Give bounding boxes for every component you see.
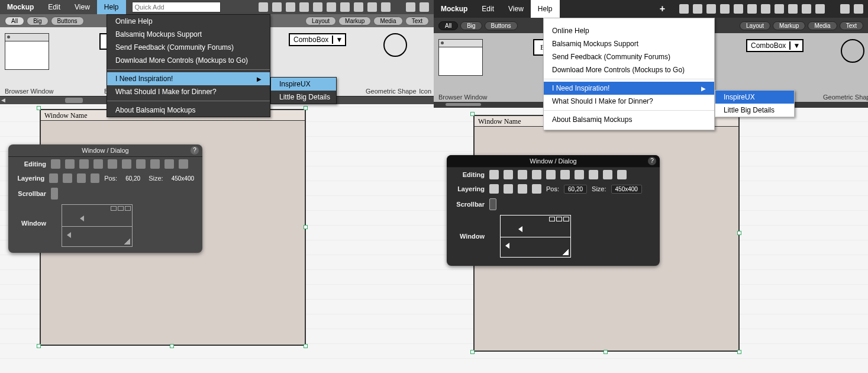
- lock-icon[interactable]: [179, 159, 188, 169]
- menu-edit[interactable]: Edit: [41, 0, 67, 14]
- library-geometric-shape[interactable]: [841, 39, 864, 63]
- menu-help[interactable]: Help: [97, 0, 126, 14]
- group-icon[interactable]: [150, 159, 160, 169]
- group-icon[interactable]: [589, 170, 598, 179]
- paste-icon[interactable]: [560, 170, 570, 179]
- lock-icon[interactable]: [802, 4, 811, 14]
- resize-handle[interactable]: [304, 106, 308, 110]
- help-dinner[interactable]: What Should I Make for Dinner?: [544, 95, 714, 108]
- pill-all[interactable]: All: [438, 21, 458, 30]
- ungroup-icon[interactable]: [354, 2, 363, 12]
- menu-view[interactable]: View: [501, 2, 531, 16]
- library-combobox[interactable]: ComboBox▼: [746, 39, 804, 52]
- library-geometric-shape[interactable]: [383, 33, 407, 57]
- lock-icon[interactable]: [367, 2, 377, 12]
- size-value[interactable]: 450x400: [611, 185, 642, 194]
- delete-icon[interactable]: [575, 170, 584, 179]
- cut-icon[interactable]: [532, 170, 541, 179]
- paste-icon[interactable]: [313, 2, 322, 12]
- help-download[interactable]: Download More Controls (Mockups to Go): [107, 54, 270, 67]
- bring-forward-icon[interactable]: [63, 173, 72, 183]
- menu-mockup[interactable]: Mockup: [434, 2, 475, 16]
- help-feedback[interactable]: Send Feedback (Community Forums): [544, 50, 714, 63]
- resize-handle[interactable]: [737, 231, 741, 235]
- pill-buttons[interactable]: Buttons: [51, 17, 84, 25]
- pos-value[interactable]: 60,20: [122, 175, 144, 182]
- redo-icon[interactable]: [272, 2, 282, 12]
- bring-front-icon[interactable]: [49, 173, 58, 183]
- help-online[interactable]: Online Help: [107, 15, 270, 28]
- paste-icon[interactable]: [747, 4, 757, 14]
- menu-view[interactable]: View: [67, 0, 97, 14]
- help-download[interactable]: Download More Controls (Mockups to Go): [544, 63, 714, 76]
- resize-handle[interactable]: [470, 112, 475, 116]
- help-about[interactable]: About Balsamiq Mockups: [107, 104, 270, 117]
- scrollbar-thumb[interactable]: [446, 103, 481, 106]
- bring-forward-icon[interactable]: [504, 184, 513, 194]
- pill-media[interactable]: Media: [373, 17, 402, 25]
- zoom-icon[interactable]: [381, 2, 391, 12]
- menu-edit[interactable]: Edit: [475, 2, 501, 16]
- resize-handle[interactable]: [304, 225, 308, 229]
- help-icon[interactable]: ?: [648, 157, 656, 165]
- group-icon[interactable]: [340, 2, 350, 12]
- ungroup-icon[interactable]: [603, 170, 612, 179]
- menu-mockup[interactable]: Mockup: [0, 0, 41, 14]
- group-icon[interactable]: [775, 4, 784, 14]
- submenu-littlebig[interactable]: Little Big Details: [715, 104, 794, 117]
- redo-icon[interactable]: [693, 4, 702, 14]
- scrollbar-toggle[interactable]: [51, 188, 58, 200]
- window-preview[interactable]: [500, 215, 571, 258]
- help-inspiration[interactable]: I Need Inspiration!▶: [107, 72, 270, 85]
- help-inspiration[interactable]: I Need Inspiration!▶: [544, 82, 714, 95]
- pill-text[interactable]: Text: [840, 21, 863, 30]
- copy-icon[interactable]: [546, 170, 556, 179]
- help-icon[interactable]: ?: [191, 146, 199, 155]
- redo-icon[interactable]: [65, 159, 75, 169]
- duplicate-icon[interactable]: [79, 159, 89, 169]
- scrollbar-thumb[interactable]: [65, 98, 83, 103]
- help-feedback[interactable]: Send Feedback (Community Forums): [107, 41, 270, 54]
- undo-icon[interactable]: [259, 2, 268, 12]
- delete-icon[interactable]: [327, 2, 336, 12]
- help-dinner[interactable]: What Should I Make for Dinner?: [107, 85, 270, 98]
- resize-handle[interactable]: [304, 344, 308, 348]
- pos-value[interactable]: 60,20: [564, 185, 587, 194]
- redo-icon[interactable]: [504, 170, 513, 179]
- resize-handle[interactable]: [604, 350, 608, 354]
- resize-handle[interactable]: [470, 350, 475, 354]
- menu-help[interactable]: Help: [531, 0, 560, 18]
- quick-add-input[interactable]: [132, 2, 221, 12]
- duplicate-icon[interactable]: [518, 170, 527, 179]
- pill-media[interactable]: Media: [808, 21, 837, 30]
- cut-icon[interactable]: [93, 159, 103, 169]
- pill-markup[interactable]: Markup: [338, 17, 371, 25]
- pill-layout[interactable]: Layout: [305, 17, 336, 25]
- undo-icon[interactable]: [51, 159, 60, 169]
- undo-icon[interactable]: [489, 170, 499, 179]
- paste-icon[interactable]: [122, 159, 131, 169]
- help-support[interactable]: Balsamiq Mockups Support: [107, 28, 270, 41]
- size-value[interactable]: 450x400: [168, 175, 198, 182]
- ungroup-icon[interactable]: [788, 4, 798, 14]
- duplicate-icon[interactable]: [706, 4, 716, 14]
- help-support[interactable]: Balsamiq Mockups Support: [544, 37, 714, 50]
- quick-add-icon[interactable]: +: [660, 4, 665, 14]
- pill-big[interactable]: Big: [460, 21, 482, 30]
- send-backward-icon[interactable]: [77, 173, 86, 183]
- cut-icon[interactable]: [286, 2, 295, 12]
- library-combobox[interactable]: ComboBox▼: [289, 33, 346, 46]
- zoom-icon[interactable]: [815, 4, 825, 14]
- fullscreen-icon[interactable]: [840, 4, 850, 14]
- submenu-littlebig[interactable]: Little Big Details: [271, 91, 336, 104]
- resize-handle[interactable]: [37, 106, 41, 110]
- resize-handle[interactable]: [37, 344, 41, 348]
- submenu-inspireux[interactable]: InspireUX: [271, 78, 336, 91]
- submenu-inspireux[interactable]: InspireUX: [715, 91, 794, 104]
- copy-icon[interactable]: [108, 159, 117, 169]
- delete-icon[interactable]: [761, 4, 770, 14]
- lock-icon[interactable]: [617, 170, 627, 179]
- pill-layout[interactable]: Layout: [740, 21, 770, 30]
- library-browser-window[interactable]: [438, 39, 483, 76]
- fullscreen-icon[interactable]: [406, 2, 415, 12]
